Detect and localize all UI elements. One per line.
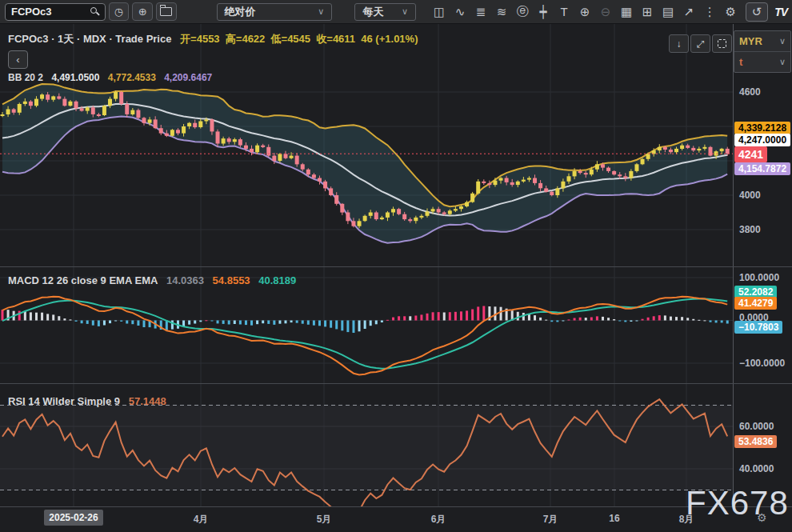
patterns-icon[interactable]: ≋ <box>491 3 512 21</box>
crosshair-date-box: 2025-02-26 <box>44 510 103 526</box>
time-axis[interactable]: 2025-02-26 ⚙ 4月5月6月7月168月 <box>0 507 792 532</box>
main-legend: FCPOc3 · 1天 · MDX · Trade Price 开=4553 高… <box>8 32 424 46</box>
add-symbol-button[interactable]: ⊕ <box>132 2 153 21</box>
axis-price-tag: −10.7803 <box>734 321 782 334</box>
axis-price-tag: 4241 <box>734 146 767 162</box>
publish-icon[interactable]: ↗ <box>678 3 699 21</box>
compare-icon[interactable]: ≣ <box>470 3 491 21</box>
chevron-left-icon: ‹ <box>16 54 19 66</box>
main-chart-pane[interactable] <box>0 24 733 266</box>
axis-tick-label: 3800 <box>739 224 761 235</box>
chevron-down-icon: ∨ <box>779 36 786 46</box>
macd-hist-value: 14.0363 <box>166 274 204 286</box>
settings-icon[interactable]: ⚙ <box>720 3 741 21</box>
back-button[interactable]: ‹ <box>8 50 28 69</box>
unit-value: t <box>739 56 742 68</box>
axis-tick-label: −100.0000 <box>739 358 785 369</box>
chevron-down-icon: ∨ <box>318 6 324 17</box>
arrow-down-icon: ↓ <box>677 38 682 50</box>
price-type-value: 绝对价 <box>225 5 256 19</box>
zoom-out-icon[interactable]: ⊖ <box>595 3 616 21</box>
axis-price-tag: 53.4836 <box>734 435 777 448</box>
axis-tick-label: 60.0000 <box>739 421 774 432</box>
bb-upper-value: 4,772.4533 <box>108 72 156 83</box>
time-axis-label: 4月 <box>194 513 209 526</box>
pane-separator[interactable] <box>0 266 792 267</box>
currency-value: MYR <box>739 35 762 47</box>
price-axis-separator <box>733 24 734 532</box>
news-icon[interactable]: ▤ <box>658 3 678 21</box>
symbol-text: FCPOc3 <box>11 6 52 18</box>
bb-label: BB 20 2 <box>8 72 43 83</box>
main-pane-canvas[interactable] <box>0 24 733 266</box>
macd-legend[interactable]: MACD 12 26 close 9 EMA EMA 14.0363 54.85… <box>8 274 302 286</box>
collapse-pane-button[interactable]: ⤢ <box>690 34 710 53</box>
bb-mid-value: 4,491.0500 <box>51 72 99 83</box>
macd-line-value: 54.8553 <box>213 274 250 286</box>
axis-tick-label: 100.0000 <box>739 272 779 283</box>
top-toolbar: FCPOc3 ◷ ⊕ 绝对价 ∨ 每天 ∨ ◫∿≣≋ⓔ┿T⊕⊖▦⊞▤↗⋮⚙↺ T… <box>0 0 792 24</box>
rsi-value: 57.1448 <box>129 395 166 407</box>
clock-icon: ◷ <box>114 6 123 18</box>
interval-select[interactable]: 每天 ∨ <box>354 3 416 21</box>
symbol-search-input[interactable]: FCPOc3 <box>5 3 106 21</box>
currency-select[interactable]: MYR ∨ <box>734 31 790 51</box>
move-pane-down-button[interactable]: ↓ <box>669 34 689 53</box>
time-axis-label: 5月 <box>317 513 332 526</box>
time-axis-label: 7月 <box>543 513 558 526</box>
folder-button[interactable] <box>156 2 177 21</box>
plus-circle-icon: ⊕ <box>138 6 147 18</box>
bb-legend[interactable]: BB 20 2 4,491.0500 4,772.4533 4,209.6467 <box>8 72 218 83</box>
collapse-icon: ⤢ <box>697 38 705 50</box>
currency-panel: MYR ∨ t ∨ <box>734 30 791 73</box>
rsi-label: RSI 14 Wilder Simple 9 <box>8 395 120 407</box>
search-icon <box>90 7 99 16</box>
table-icon[interactable]: ▦ <box>616 3 637 21</box>
ohlc-values: 开=4553 高=4622 低=4545 收=4611 46 (+1.01%) <box>180 33 418 45</box>
currency-e-icon[interactable]: ⓔ <box>512 3 533 21</box>
pane-separator[interactable] <box>0 383 792 384</box>
instrument-title[interactable]: FCPOc3 · 1天 · MDX · Trade Price <box>8 33 171 45</box>
time-axis-label: 16 <box>609 513 619 524</box>
price-type-select[interactable]: 绝对价 ∨ <box>217 3 333 21</box>
axis-price-tag: 4,339.2128 <box>734 122 790 134</box>
axis-price-tag: 4,154.7872 <box>734 162 790 175</box>
chevron-down-icon: ∨ <box>779 57 786 67</box>
unit-select[interactable]: t ∨ <box>734 51 790 72</box>
chart-style-icon[interactable]: ◫ <box>429 3 450 21</box>
more-options-icon[interactable]: ⋮ <box>699 3 720 21</box>
macd-signal-value: 40.8189 <box>258 274 296 286</box>
undo-icon[interactable]: ↺ <box>746 2 768 22</box>
zoom-in-icon[interactable]: ⊕ <box>574 3 595 21</box>
axis-tick-label: 4000 <box>739 190 761 201</box>
toolbar-icon-row: ◫∿≣≋ⓔ┿T⊕⊖▦⊞▤↗⋮⚙↺ <box>429 2 768 22</box>
axis-tick-label: 4600 <box>739 86 761 98</box>
maximize-icon <box>718 39 726 48</box>
snapshot-icon[interactable]: ⊞ <box>637 3 658 21</box>
folder-icon <box>160 7 172 16</box>
drawing-tools-icon[interactable]: ┿ <box>533 3 554 21</box>
rsi-legend[interactable]: RSI 14 Wilder Simple 9 57.1448 <box>8 395 172 407</box>
text-tool-icon[interactable]: T <box>554 3 574 21</box>
maximize-pane-button[interactable] <box>712 34 732 53</box>
macd-label: MACD 12 26 close 9 EMA EMA <box>8 274 158 286</box>
chevron-down-icon: ∨ <box>402 6 408 17</box>
interval-value: 每天 <box>362 5 383 19</box>
axis-price-tag: 41.4279 <box>734 297 777 310</box>
indicators-icon[interactable]: ∿ <box>450 3 470 21</box>
clock-button[interactable]: ◷ <box>109 2 130 21</box>
axis-price-tag: 4,247.0000 <box>734 134 790 146</box>
time-axis-label: 6月 <box>431 513 446 526</box>
watermark: FX678 <box>686 484 789 522</box>
tradingview-logo: TV <box>774 6 787 18</box>
bb-lower-value: 4,209.6467 <box>164 72 212 83</box>
axis-tick-label: 40.0000 <box>739 463 774 474</box>
